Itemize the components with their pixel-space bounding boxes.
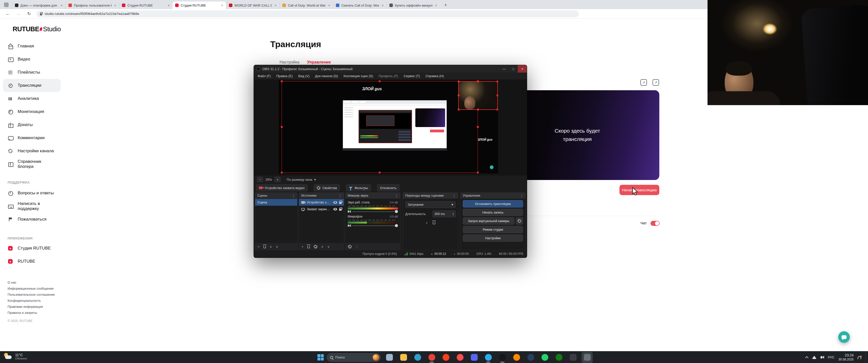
disable-button[interactable]: Отключить — [377, 184, 400, 191]
sidebar-item-videos[interactable]: Видео — [3, 53, 61, 66]
taskbar-app-epic[interactable] — [567, 352, 579, 363]
spinner-arrows-icon[interactable]: ▴▾ — [453, 212, 454, 216]
taskbar-clock[interactable]: 23:24 30.08.2025 — [838, 353, 854, 362]
browser-tab[interactable]: WORLD OF WAR CALL OF DUTY × — [226, 1, 280, 9]
sidebar-item-channel-settings[interactable]: Настройки канала — [3, 144, 61, 158]
taskbar-app-edge[interactable] — [412, 352, 423, 363]
source-properties-icon[interactable] — [314, 245, 317, 249]
footer-link-legal[interactable]: Правовая информация — [7, 304, 55, 310]
minimize-button[interactable]: — — [500, 65, 509, 73]
visibility-eye-icon[interactable] — [333, 201, 337, 204]
add-transition-icon[interactable]: + — [426, 221, 428, 225]
rutube-studio-logo[interactable]: RUTUBE Studio — [12, 25, 61, 33]
browser-tab[interactable]: Купить оффлайн аккаунт «CALL × — [386, 1, 440, 9]
fit-to-window-dropdown[interactable]: По размеру окна ▾ — [287, 178, 316, 182]
sidebar-item-donations[interactable]: Донаты — [3, 118, 61, 131]
browser-tab[interactable]: Студия RUTUBE × — [119, 1, 173, 9]
start-stream-button[interactable]: Начать трансляцию — [619, 185, 659, 195]
menu-file[interactable]: Файл (F) — [255, 74, 274, 78]
footer-link-terms[interactable]: Пользовательское соглашение — [7, 292, 55, 298]
move-down-icon[interactable]: ∨ — [327, 245, 330, 249]
sidebar-item-write-support[interactable]: Написать в поддержку — [3, 200, 61, 213]
taskbar-app-file-explorer[interactable] — [398, 352, 409, 363]
settings-button[interactable]: Настройки — [463, 234, 523, 242]
sidebar-item-monetization[interactable]: Монетизация — [3, 105, 61, 118]
source-item-capture-device[interactable]: Устройство з… — [299, 199, 344, 206]
sidebar-item-analytics[interactable]: Аналитика — [3, 92, 61, 105]
taskbar-app-task-view[interactable] — [384, 352, 395, 363]
kebab-icon[interactable]: ⋮ — [520, 194, 523, 198]
support-chat-fab[interactable] — [838, 331, 850, 343]
notification-bell-icon[interactable] — [858, 356, 861, 359]
maximize-button[interactable]: □ — [509, 65, 518, 73]
menu-edit[interactable]: Правка (E) — [274, 74, 296, 78]
taskbar-app-steam[interactable] — [525, 352, 536, 363]
scenes-panel-header[interactable]: Сцены ⋮ — [255, 193, 297, 199]
reload-button[interactable]: ↻ — [26, 10, 32, 17]
menu-help[interactable]: Справка (H) — [423, 74, 446, 78]
back-button[interactable]: ← — [4, 10, 11, 17]
mixer-settings-icon[interactable] — [348, 245, 352, 249]
wifi-icon[interactable] — [812, 356, 816, 359]
tab-close-icon[interactable]: × — [274, 3, 277, 7]
sidebar-item-playlists[interactable]: Плейлисты — [3, 66, 61, 79]
share-icon[interactable]: ↗ — [641, 79, 647, 86]
lock-icon[interactable] — [339, 202, 342, 204]
menu-docks[interactable]: Док-панели (D) — [312, 74, 341, 78]
properties-button[interactable]: Свойства — [314, 184, 340, 191]
browser-tab[interactable]: Профиль пользователя EVGEN × — [66, 1, 119, 9]
controls-panel-header[interactable]: Управление ⋮ — [461, 193, 525, 199]
remove-transition-icon[interactable] — [433, 222, 435, 224]
taskbar-app-yandex[interactable] — [440, 352, 452, 363]
start-recording-button[interactable]: Начать запись — [463, 209, 523, 216]
forward-button[interactable]: → — [15, 10, 22, 17]
obs-titlebar[interactable]: OBS 31.1.2 - Профили: Безымянный - Сцены… — [254, 65, 527, 73]
chat-toggle[interactable] — [651, 221, 659, 226]
zoom-out-button[interactable]: − — [257, 177, 263, 182]
taskbar-app-music[interactable] — [511, 352, 522, 363]
sidebar-item-report[interactable]: Пожаловаться — [3, 213, 61, 226]
browser-tab[interactable]: Скачать Call of Duty: World at W × — [333, 1, 386, 9]
sidebar-item-rutube-app[interactable]: RUTUBE — [3, 255, 61, 268]
transition-select[interactable]: Затухание ▾ — [405, 201, 456, 208]
taskbar-app-xbox[interactable] — [553, 352, 564, 363]
move-up-icon[interactable]: ∧ — [270, 245, 272, 249]
stop-streaming-button[interactable]: Остановить трансляцию — [463, 200, 523, 207]
taskbar-app-chrome[interactable] — [426, 352, 437, 363]
kebab-icon[interactable]: ⋮ — [339, 194, 342, 198]
footer-link-info[interactable]: Информационные сообщения — [7, 286, 55, 292]
close-button[interactable]: × — [518, 65, 527, 73]
studio-mode-button[interactable]: Режим студии — [463, 226, 523, 233]
kebab-icon[interactable]: ⋮ — [355, 245, 359, 249]
open-in-new-icon[interactable]: ↗ — [652, 79, 659, 86]
capture-device-button[interactable]: Устройство захвата видео — [256, 184, 308, 191]
start-button[interactable] — [317, 354, 324, 361]
menu-view[interactable]: Вид (V) — [296, 74, 312, 78]
virtual-camera-settings-button[interactable] — [516, 217, 523, 225]
browser-tab-active[interactable]: Студия RUTUBE × — [173, 1, 226, 9]
scene-item[interactable]: Сцена — [255, 199, 297, 206]
remove-source-icon[interactable] — [307, 245, 310, 248]
move-down-icon[interactable]: ∨ — [276, 245, 278, 249]
kebab-icon[interactable]: ⋮ — [395, 194, 398, 198]
taskbar-search[interactable] — [327, 353, 381, 362]
taskbar-weather-widget[interactable]: 11°C Облачно — [3, 353, 27, 361]
sidebar-item-home[interactable]: Главная — [3, 40, 61, 53]
speaker-icon[interactable] — [348, 210, 349, 212]
address-bar[interactable]: studio.rutube.ru/stream/f50f064ae9c62a7e… — [36, 10, 579, 18]
source-item-screen-capture[interactable]: Захват экран… — [299, 206, 344, 212]
taskbar-app-discord[interactable] — [469, 352, 480, 363]
lock-icon[interactable] — [339, 209, 342, 211]
sidebar-item-comments[interactable]: Комментарии — [3, 131, 61, 144]
sidebar-item-faq[interactable]: Вопросы и ответы — [3, 187, 61, 200]
taskbar-app-opera[interactable] — [455, 352, 466, 363]
sidebar-item-blogger-guide[interactable]: Справочник блогера — [3, 158, 61, 171]
footer-link-privacy[interactable]: Конфиденциальность — [7, 298, 55, 304]
footer-link-about[interactable]: О нас — [7, 279, 55, 286]
tab-close-icon[interactable]: × — [328, 3, 331, 7]
transitions-panel-header[interactable]: Переходы между сценами ⋮ — [403, 193, 458, 199]
duration-spinbox[interactable]: 300 ms ▴▾ — [433, 210, 456, 217]
visibility-eye-icon[interactable] — [333, 208, 337, 210]
footer-link-rules[interactable]: Правила и запреты — [7, 310, 55, 316]
virtual-camera-button[interactable]: Запуск виртуальной камеры — [463, 217, 515, 225]
